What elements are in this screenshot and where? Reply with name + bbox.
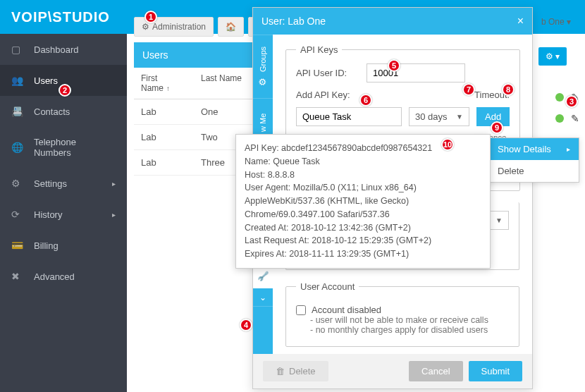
col-last-name[interactable]: Last Name (194, 68, 254, 99)
submit-button[interactable]: Submit (469, 361, 522, 381)
cell-first: Lab (134, 99, 194, 124)
modal-footer: 🗑Delete Cancel Submit (253, 354, 532, 388)
marker-10: 10 (441, 138, 454, 151)
close-icon[interactable]: × (517, 15, 524, 27)
sort-asc-icon: ↑ (166, 85, 170, 92)
tt-value: 8.8.8.8 (268, 170, 295, 180)
users-icon: 👥 (11, 75, 25, 86)
account-disabled-label: Account disabled (312, 305, 381, 315)
sidebar-item-label: Advanced (34, 271, 75, 282)
chevron-down-icon: ▼ (456, 113, 463, 121)
chevron-right-icon: ▸ (112, 211, 116, 219)
chevron-right-icon: ▸ (567, 145, 570, 153)
tt-label: Name: (245, 157, 273, 166)
settings-dropdown[interactable]: ⚙ ▾ (538, 51, 567, 61)
tt-value: Queue Task (273, 157, 319, 166)
sidebar-item-label: History (34, 209, 62, 220)
chevron-down-icon: ▾ (567, 17, 571, 27)
tt-label: API Key: (245, 143, 281, 153)
sidebar-item-label: Telephone Numbers (34, 137, 116, 158)
sidebar-item-settings[interactable]: ⚙ Settings ▸ (0, 168, 127, 199)
cell-first: Lab (134, 125, 194, 149)
tt-value: abcdef1234567890abcdef0987654321 (281, 143, 432, 153)
sidebar-item-history[interactable]: ⟳ History ▸ (0, 199, 127, 230)
timeout-value: 30 days (415, 111, 448, 122)
admin-label: Administration (152, 22, 206, 32)
status-dot-icon (555, 93, 564, 102)
sidebar-item-label: Users (34, 75, 58, 86)
marker-8: 8 (502, 83, 515, 96)
contacts-icon: 📇 (11, 106, 25, 117)
tt-line: User Agent: Mozilla/5.0 (X11; Linux x86_… (245, 181, 481, 221)
marker-2: 2 (58, 84, 71, 97)
marker-9: 9 (491, 121, 503, 134)
delete-label: Delete (289, 366, 316, 376)
account-note-1: - user will not be able to make or recei… (310, 315, 509, 325)
sidebar-item-dashboard[interactable]: ▢ Dashboard (0, 34, 127, 65)
modal-header: User: Lab One × (253, 8, 532, 35)
row-actions: ✎ (555, 113, 579, 124)
sidebar-item-label: Billing (34, 240, 58, 251)
panel-title: Users (134, 42, 254, 68)
tt-label: Host: (245, 170, 268, 180)
add-api-key-label: Add API Key: (296, 90, 359, 100)
table-row[interactable]: Lab One (134, 99, 254, 125)
marker-5: 5 (388, 59, 400, 72)
sidebar-item-advanced[interactable]: ✖ Advanced (0, 261, 127, 292)
api-userid-label: API User ID: (296, 68, 359, 78)
tab-label: w Me (259, 113, 267, 131)
timeout-select[interactable]: 30 days ▼ (409, 107, 469, 126)
trash-icon: 🗑 (276, 366, 285, 376)
edit-icon[interactable]: ✎ (571, 113, 579, 124)
globe-icon: 🌐 (11, 142, 25, 153)
marker-1: 1 (144, 11, 157, 23)
users-header-row: First Name↑ Last Name (134, 68, 254, 99)
fieldset-legend: API Keys (296, 44, 342, 55)
tab-more[interactable]: ⌄ (253, 288, 273, 307)
api-key-tooltip: API Key: abcdef1234567890abcdef098765432… (235, 134, 491, 269)
history-icon: ⟳ (11, 209, 25, 220)
chevron-down-icon: ▼ (495, 216, 503, 224)
tt-line: Created At: 2018-10-12 13:42:36 (GMT+2) (245, 221, 481, 235)
account-disabled-checkbox[interactable] (296, 305, 306, 315)
sidebar-item-contacts[interactable]: 📇 Contacts (0, 96, 127, 127)
delete-button[interactable]: 🗑Delete (263, 361, 328, 381)
col-first-name[interactable]: First Name↑ (134, 68, 194, 99)
chevron-down-icon: ⌄ (259, 293, 266, 302)
marker-6: 6 (359, 94, 372, 106)
dashboard-icon: ▢ (11, 44, 25, 55)
cancel-button[interactable]: Cancel (409, 361, 462, 381)
status-dot-icon (555, 114, 564, 123)
logo: VOIP\STUDIO (11, 9, 110, 25)
marker-4: 4 (240, 319, 252, 331)
ctx-label: Delete (498, 166, 524, 176)
fieldset-legend: User Account (296, 281, 359, 292)
account-note-2: - no monthly charges apply for disabled … (310, 325, 509, 335)
sidebar-item-billing[interactable]: 💳 Billing (0, 230, 127, 261)
user-account-fieldset: User Account Account disabled - user wil… (285, 281, 519, 347)
breadcrumb: b One ▾ (541, 17, 571, 27)
sidebar-item-label: Dashboard (34, 44, 79, 55)
gear-icon: ⚙ (546, 51, 553, 61)
home-icon: 🏠 (226, 22, 236, 32)
cell-last: One (194, 99, 254, 124)
sidebar-item-telephone[interactable]: 🌐 Telephone Numbers (0, 127, 127, 168)
add-api-key-input[interactable] (296, 107, 402, 126)
home-button[interactable]: 🏠 (218, 17, 244, 37)
tab-groups[interactable]: ⚙Groups (253, 35, 273, 98)
tt-line: Last Request At: 2018-10-12 15:29:35 (GM… (245, 234, 481, 247)
modal-title: User: Lab One (261, 16, 326, 27)
cell-first: Lab (134, 150, 194, 175)
gear-icon: ⚙ (258, 76, 269, 87)
ctx-label: Show Details (498, 144, 551, 154)
billing-icon: 💳 (11, 240, 25, 251)
api-userid-input[interactable] (367, 63, 465, 82)
breadcrumb-text: b One (541, 17, 565, 27)
gear-icon: ⚙ (11, 178, 25, 189)
marker-7: 7 (462, 83, 475, 96)
marker-3: 3 (565, 95, 578, 108)
advanced-icon: ✖ (11, 271, 25, 282)
chevron-right-icon: ▸ (112, 180, 116, 188)
wrench-icon: 🔧 (257, 271, 269, 281)
tab-label: Groups (259, 47, 267, 72)
